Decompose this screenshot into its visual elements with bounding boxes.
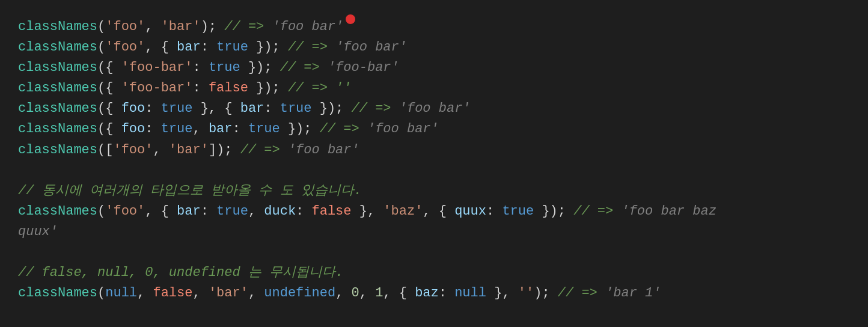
code-line-8b: quux': [18, 222, 850, 242]
code-line-3: classNames({ 'foo-bar': true }); // => '…: [18, 58, 850, 78]
code-line-4: classNames({ 'foo-bar': false }); // => …: [18, 78, 850, 99]
code-line-5: classNames({ foo: true }, { bar: true })…: [18, 99, 850, 119]
code-comment-korean-2: // false, null, 0, undefined 는 무시됩니다.: [18, 263, 850, 283]
code-line-2: classNames('foo', { bar: true }); // => …: [18, 37, 850, 58]
code-line-9: classNames(null, false, 'bar', undefined…: [18, 283, 850, 304]
red-dot-indicator: [346, 14, 355, 24]
code-editor: classNames('foo', 'bar'); // => 'foo bar…: [0, 0, 868, 327]
blank-line-1: [18, 160, 850, 181]
blank-line-2: [18, 242, 850, 263]
code-line-7: classNames(['foo', 'bar']); // => 'foo b…: [18, 140, 850, 160]
code-line-1: classNames('foo', 'bar'); // => 'foo bar…: [18, 17, 850, 37]
code-line-8: classNames('foo', { bar: true, duck: fal…: [18, 201, 850, 222]
code-line-6: classNames({ foo: true, bar: true }); //…: [18, 119, 850, 139]
code-comment-korean-1: // 동시에 여러개의 타입으로 받아올 수 도 있습니다.: [18, 181, 850, 201]
